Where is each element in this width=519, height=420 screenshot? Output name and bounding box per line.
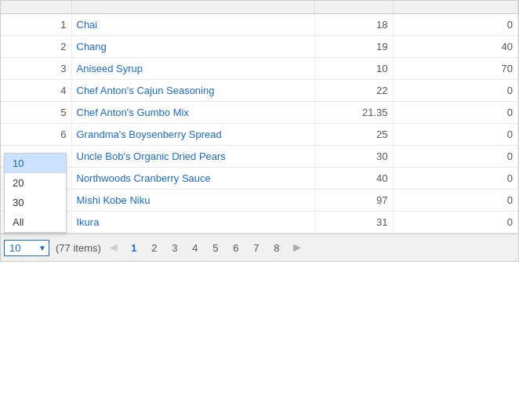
cell-name: Chef Anton's Cajun Seasoning: [71, 80, 314, 102]
table-row: 3Aniseed Syrup1070: [1, 58, 518, 80]
page-size-select[interactable]: 102030All: [4, 240, 49, 256]
cell-price: 30: [314, 146, 393, 168]
table-row: 2Chang1940: [1, 36, 518, 58]
col-header-units: [393, 1, 518, 14]
cell-id: 4: [1, 80, 71, 102]
dropdown-option-all[interactable]: All: [5, 212, 66, 232]
page-button-2[interactable]: 2: [145, 239, 164, 256]
page-button-7[interactable]: 7: [247, 239, 266, 256]
cell-id: 2: [1, 36, 71, 58]
table-header: [1, 1, 518, 14]
table-row: 9Mishi Kobe Niku970: [1, 190, 518, 212]
cell-price: 25: [314, 124, 393, 146]
col-header-id: [1, 1, 71, 14]
cell-units: 0: [393, 102, 518, 124]
cell-name: Chai: [71, 14, 314, 36]
table-body: 1Chai1802Chang19403Aniseed Syrup10704Che…: [1, 14, 518, 234]
cell-name: Chef Anton's Gumbo Mix: [71, 102, 314, 124]
cell-units: 0: [393, 168, 518, 190]
cell-price: 22: [314, 80, 393, 102]
table-row: 5Chef Anton's Gumbo Mix21.350: [1, 102, 518, 124]
page-button-3[interactable]: 3: [165, 239, 184, 256]
dropdown-option-20[interactable]: 20: [5, 173, 66, 193]
prev-page-button[interactable]: ◄: [104, 239, 123, 256]
cell-price: 18: [314, 14, 393, 36]
cell-units: 70: [393, 58, 518, 80]
table-row: 10Ikura310: [1, 212, 518, 234]
cell-name: Northwoods Cranberry Sauce: [71, 168, 314, 190]
cell-units: 0: [393, 212, 518, 234]
pagination: ◄12345678►: [104, 239, 307, 256]
cell-name: Grandma's Boysenberry Spread: [71, 124, 314, 146]
page-button-4[interactable]: 4: [186, 239, 205, 256]
cell-name: Uncle Bob's Organic Dried Pears: [71, 146, 314, 168]
cell-price: 40: [314, 168, 393, 190]
products-table-container: 1Chai1802Chang19403Aniseed Syrup10704Che…: [0, 0, 519, 262]
cell-id: 5: [1, 102, 71, 124]
page-size-dropdown-popup[interactable]: 102030All: [4, 153, 67, 233]
table-row: 4Chef Anton's Cajun Seasoning220: [1, 80, 518, 102]
cell-units: 0: [393, 80, 518, 102]
cell-name: Mishi Kobe Niku: [71, 190, 314, 212]
cell-name: Chang: [71, 36, 314, 58]
page-size-wrapper[interactable]: 102030All ▼: [4, 240, 49, 256]
page-button-8[interactable]: 8: [267, 239, 286, 256]
cell-units: 0: [393, 190, 518, 212]
table-row: 6Grandma's Boysenberry Spread250: [1, 124, 518, 146]
cell-price: 31: [314, 212, 393, 234]
table-row: 8Northwoods Cranberry Sauce400: [1, 168, 518, 190]
cell-price: 97: [314, 190, 393, 212]
page-button-6[interactable]: 6: [227, 239, 245, 256]
cell-id: 6: [1, 124, 71, 146]
table-row: 1Chai180: [1, 14, 518, 36]
next-page-button[interactable]: ►: [288, 239, 307, 256]
cell-price: 10: [314, 58, 393, 80]
cell-id: 3: [1, 58, 71, 80]
cell-id: 1: [1, 14, 71, 36]
cell-price: 19: [314, 36, 393, 58]
cell-name: Aniseed Syrup: [71, 58, 314, 80]
cell-units: 0: [393, 14, 518, 36]
cell-units: 40: [393, 36, 518, 58]
cell-price: 21.35: [314, 102, 393, 124]
cell-units: 0: [393, 146, 518, 168]
table-footer: 102030All ▼ (77 items) ◄12345678► 102030…: [1, 234, 518, 261]
dropdown-option-10[interactable]: 10: [5, 154, 66, 173]
col-header-price: [314, 1, 393, 14]
cell-units: 0: [393, 124, 518, 146]
dropdown-option-30[interactable]: 30: [5, 193, 66, 212]
products-table: 1Chai1802Chang19403Aniseed Syrup10704Che…: [1, 1, 518, 234]
page-button-5[interactable]: 5: [206, 239, 225, 256]
page-info-text: (77 items): [56, 242, 101, 254]
page-button-1[interactable]: 1: [125, 239, 143, 256]
cell-name: Ikura: [71, 212, 314, 234]
col-header-name: [71, 1, 314, 14]
table-row: 7Uncle Bob's Organic Dried Pears300: [1, 146, 518, 168]
